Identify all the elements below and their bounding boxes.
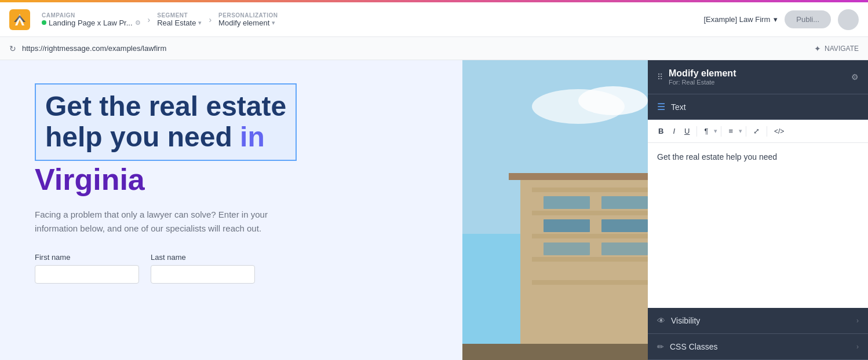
campaign-label: CAMPAIGN — [42, 12, 141, 19]
expand-button[interactable]: ⤢ — [750, 124, 763, 138]
avatar[interactable] — [838, 9, 859, 30]
form-section: First name Last name — [35, 253, 428, 284]
navigate-icon: ✦ — [814, 44, 821, 53]
code-button[interactable]: </> — [771, 125, 787, 138]
bold-button[interactable]: B — [655, 124, 667, 138]
toolbar-divider-3 — [746, 126, 746, 137]
refresh-icon[interactable]: ↻ — [9, 44, 16, 53]
header: CAMPAIGN Landing Page x Law Pr... ⚙ › SE… — [0, 2, 868, 37]
panel-bottom: 👁 Visibility › ✏ CSS Classes › — [648, 308, 868, 360]
visibility-label: Visibility — [671, 316, 700, 325]
firstname-input[interactable] — [35, 265, 139, 284]
navigate-label: NAVIGATE — [825, 45, 859, 53]
personalization-label: PERSONALIZATION — [218, 12, 278, 19]
url-display: https://rightmessage.com/examples/lawfir… — [22, 44, 808, 53]
visibility-chevron-icon: › — [856, 317, 859, 325]
svg-rect-18 — [544, 219, 590, 232]
panel-header-left: ⠿ Modify element For: Real Estate — [657, 68, 736, 86]
svg-point-6 — [578, 86, 648, 115]
css-classes-section[interactable]: ✏ CSS Classes › — [648, 334, 868, 360]
segment-value: Real Estate ▾ — [157, 19, 202, 27]
account-selector[interactable]: [Example] Law Firm ▾ — [703, 15, 778, 24]
modify-panel: ⠿ Modify element For: Real Estate ⚙ ☰ Te… — [648, 60, 868, 360]
url-bar: ↻ https://rightmessage.com/examples/lawf… — [0, 37, 868, 60]
css-chevron-icon: › — [856, 343, 859, 351]
account-chevron-icon: ▾ — [774, 15, 778, 24]
pencil-icon: ✏ — [657, 342, 664, 351]
italic-button[interactable]: I — [669, 124, 679, 138]
paragraph-button[interactable]: ¶ — [701, 124, 712, 138]
publish-button[interactable]: Publi... — [785, 10, 831, 28]
campaign-value: Landing Page x Law Pr... ⚙ — [42, 19, 141, 27]
campaign-breadcrumb[interactable]: CAMPAIGN Landing Page x Law Pr... ⚙ — [42, 12, 141, 27]
breadcrumb: CAMPAIGN Landing Page x Law Pr... ⚙ › SE… — [42, 12, 703, 27]
header-right: [Example] Law Firm ▾ Publi... — [703, 9, 859, 30]
firstname-label: First name — [35, 253, 139, 262]
navigate-button[interactable]: ✦ NAVIGATE — [814, 44, 859, 53]
toolbar-divider-1 — [696, 126, 697, 137]
segment-breadcrumb[interactable]: SEGMENT Real Estate ▾ — [157, 12, 202, 27]
segment-label: SEGMENT — [157, 12, 202, 19]
lastname-group: Last name — [151, 253, 255, 284]
hero-highlight-word: in — [240, 122, 265, 152]
editor-toolbar: B I U ¶ ▾ ≡ ▾ ⤢ </> — [648, 120, 868, 143]
hero-heading-line1: Get the real estate — [45, 91, 286, 122]
personalization-breadcrumb[interactable]: PERSONALIZATION Modify element ▾ — [218, 12, 278, 27]
svg-rect-22 — [544, 243, 590, 255]
toolbar-divider-4 — [767, 126, 767, 137]
underline-button[interactable]: U — [681, 124, 693, 138]
segment-chevron-icon[interactable]: ▾ — [198, 19, 202, 27]
panel-header: ⠿ Modify element For: Real Estate ⚙ — [648, 60, 868, 94]
account-name: [Example] Law Firm — [703, 15, 770, 24]
align-button[interactable]: ≡ — [725, 124, 736, 138]
campaign-status-dot — [42, 20, 46, 25]
landing-preview: Get the real estate help you need in Vir… — [0, 60, 462, 360]
eye-icon: 👁 — [657, 316, 665, 325]
panel-title-block: Modify element For: Real Estate — [669, 68, 736, 86]
svg-rect-14 — [544, 196, 590, 209]
panel-gear-icon[interactable]: ⚙ — [851, 72, 859, 82]
app-logo[interactable] — [9, 9, 30, 30]
lastname-input[interactable] — [151, 265, 255, 284]
firstname-group: First name — [35, 253, 139, 284]
align-arrow: ▾ — [739, 127, 742, 135]
visibility-section[interactable]: 👁 Visibility › — [648, 308, 868, 334]
lastname-label: Last name — [151, 253, 255, 262]
text-section-label: Text — [671, 102, 686, 112]
hero-heading-line3: Virginia — [35, 163, 428, 196]
breadcrumb-arrow-2: › — [209, 15, 211, 24]
hero-subtext: Facing a problem that only a lawyer can … — [35, 208, 301, 236]
personalization-value: Modify element ▾ — [218, 19, 278, 27]
personalization-chevron-icon[interactable]: ▾ — [272, 19, 275, 27]
breadcrumb-arrow-1: › — [148, 15, 151, 24]
svg-rect-15 — [601, 196, 648, 209]
hero-heading-box[interactable]: Get the real estate help you need in — [35, 83, 297, 161]
panel-subtitle: For: Real Estate — [669, 79, 736, 86]
hero-heading-line2: help you need in — [45, 122, 286, 153]
text-lines-icon: ☰ — [657, 101, 665, 112]
css-label: CSS Classes — [670, 342, 717, 351]
svg-rect-23 — [601, 243, 648, 255]
paragraph-arrow: ▾ — [714, 127, 717, 135]
campaign-gear-icon[interactable]: ⚙ — [135, 19, 141, 27]
drag-handle-icon[interactable]: ⠿ — [657, 72, 663, 82]
svg-rect-19 — [601, 219, 648, 232]
main-area: Get the real estate help you need in Vir… — [0, 60, 868, 360]
toolbar-divider-2 — [721, 126, 721, 137]
editor-content[interactable]: Get the real estate help you need — [648, 143, 868, 308]
panel-text-section: ☰ Text — [648, 94, 868, 120]
panel-title: Modify element — [669, 68, 736, 79]
